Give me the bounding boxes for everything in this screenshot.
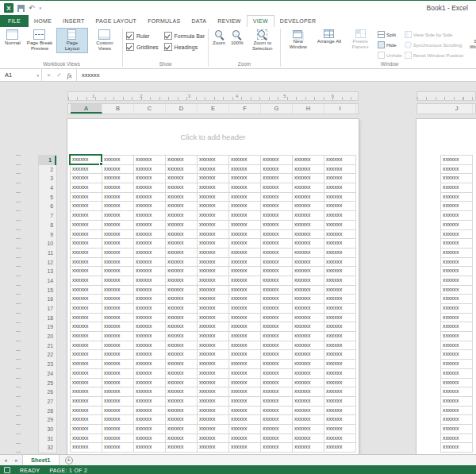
cell[interactable]: xxxxxx <box>324 332 356 341</box>
cell[interactable]: xxxxxx <box>441 267 473 276</box>
row-header-2[interactable]: 2 <box>39 165 56 175</box>
cell[interactable]: xxxxxx <box>71 415 102 425</box>
freeze-panes-button[interactable]: Freeze Panes▾ <box>344 28 376 52</box>
cell[interactable]: xxxxxx <box>71 295 102 304</box>
arrange-all-button[interactable]: Arrange All <box>315 28 344 46</box>
cell[interactable]: xxxxxx <box>198 322 229 332</box>
tab-data[interactable]: DATA <box>186 15 213 27</box>
cell[interactable]: xxxxxx <box>324 156 356 165</box>
cell[interactable]: xxxxxx <box>324 434 356 444</box>
cell[interactable]: xxxxxx <box>324 249 356 258</box>
cell[interactable]: xxxxxx <box>261 183 293 193</box>
row-header-30[interactable]: 30 <box>39 425 56 434</box>
cell[interactable]: xxxxxx <box>324 276 356 286</box>
cell[interactable]: xxxxxx <box>166 258 198 268</box>
cell[interactable]: xxxxxx <box>324 350 356 360</box>
cell[interactable]: xxxxxx <box>261 202 293 211</box>
cell[interactable]: xxxxxx <box>71 276 102 286</box>
cell[interactable]: xxxxxx <box>134 350 166 360</box>
cell[interactable]: xxxxxx <box>229 369 261 379</box>
cell[interactable]: xxxxxx <box>166 193 198 202</box>
row-header-6[interactable]: 6 <box>39 202 56 211</box>
cell[interactable]: xxxxxx <box>293 286 324 295</box>
cell[interactable]: xxxxxx <box>166 314 198 323</box>
row-header-18[interactable]: 18 <box>39 314 56 323</box>
cell[interactable]: xxxxxx <box>166 379 198 388</box>
cell[interactable]: xxxxxx <box>441 360 473 369</box>
row-header-25[interactable]: 25 <box>39 379 56 388</box>
tab-developer[interactable]: DEVELOPER <box>274 15 322 27</box>
row-header-19[interactable]: 19 <box>39 322 56 332</box>
cell[interactable]: xxxxxx <box>293 350 324 360</box>
cell[interactable]: xxxxxx <box>229 258 261 268</box>
cell[interactable]: xxxxxx <box>441 239 473 249</box>
cell[interactable]: xxxxxx <box>229 165 261 175</box>
cell[interactable]: xxxxxx <box>166 425 198 434</box>
cell[interactable]: xxxxxx <box>71 443 102 453</box>
row-header-11[interactable]: 11 <box>39 249 56 258</box>
cell[interactable]: xxxxxx <box>166 387 198 397</box>
cell[interactable]: xxxxxx <box>229 425 261 434</box>
macro-record-icon[interactable] <box>4 467 10 473</box>
zoom-to-selection-button[interactable]: Zoom to Selection <box>247 28 278 53</box>
cell[interactable]: xxxxxx <box>134 165 166 175</box>
cell[interactable]: xxxxxx <box>261 239 293 249</box>
cell[interactable]: xxxxxx <box>134 379 166 388</box>
cell[interactable]: xxxxxx <box>261 295 293 304</box>
cell[interactable]: xxxxxx <box>293 322 324 332</box>
cell[interactable]: xxxxxx <box>441 397 473 407</box>
enter-icon[interactable]: ✓ <box>54 71 64 79</box>
cell[interactable]: xxxxxx <box>261 369 293 379</box>
cell[interactable]: xxxxxx <box>324 174 356 183</box>
cell[interactable]: xxxxxx <box>166 360 198 369</box>
cell[interactable]: xxxxxx <box>134 174 166 183</box>
cell[interactable]: xxxxxx <box>229 286 261 295</box>
cell[interactable]: xxxxxx <box>261 415 293 425</box>
cell[interactable]: xxxxxx <box>229 295 261 304</box>
cell[interactable]: xxxxxx <box>102 239 134 249</box>
row-header-29[interactable]: 29 <box>39 415 56 425</box>
cell[interactable]: xxxxxx <box>441 341 473 351</box>
undo-icon[interactable]: ↶ <box>29 5 35 12</box>
cell[interactable]: xxxxxx <box>102 397 134 407</box>
cell[interactable]: xxxxxx <box>261 211 293 221</box>
cell[interactable]: xxxxxx <box>198 369 229 379</box>
custom-views-button[interactable]: Custom Views <box>89 28 121 53</box>
column-header-f[interactable]: F <box>229 104 261 114</box>
cell[interactable]: xxxxxx <box>261 407 293 416</box>
cell[interactable]: xxxxxx <box>198 230 229 240</box>
cell[interactable]: xxxxxx <box>166 249 198 258</box>
cell[interactable]: xxxxxx <box>166 369 198 379</box>
cell[interactable]: xxxxxx <box>441 286 473 295</box>
cell[interactable]: xxxxxx <box>261 276 293 286</box>
row-header-28[interactable]: 28 <box>39 407 56 416</box>
cell[interactable]: xxxxxx <box>102 249 134 258</box>
sheet-nav-right-icon[interactable]: ► <box>11 458 22 463</box>
cell[interactable]: xxxxxx <box>441 415 473 425</box>
cell[interactable]: xxxxxx <box>261 267 293 276</box>
cell[interactable]: xxxxxx <box>261 230 293 240</box>
cell[interactable]: xxxxxx <box>166 304 198 314</box>
cell[interactable]: xxxxxx <box>134 387 166 397</box>
cell[interactable]: xxxxxx <box>102 407 134 416</box>
cell[interactable]: xxxxxx <box>261 387 293 397</box>
cell[interactable]: xxxxxx <box>71 322 102 332</box>
cell[interactable]: xxxxxx <box>71 174 102 183</box>
zoom-button[interactable]: Zoom <box>210 28 228 48</box>
cell[interactable]: xxxxxx <box>441 304 473 314</box>
cell[interactable]: xxxxxx <box>134 156 166 165</box>
row-header-22[interactable]: 22 <box>39 350 56 360</box>
cell[interactable]: xxxxxx <box>441 165 473 175</box>
cell[interactable]: xxxxxx <box>198 341 229 351</box>
tab-review[interactable]: REVIEW <box>212 15 246 27</box>
cell[interactable]: xxxxxx <box>134 443 166 453</box>
checkbox-ruler[interactable]: Ruler <box>126 32 159 40</box>
cell[interactable]: xxxxxx <box>102 174 134 183</box>
cell[interactable]: xxxxxx <box>324 415 356 425</box>
switch-windows-button[interactable]: Switch Windows▾ <box>465 28 476 52</box>
cell[interactable]: xxxxxx <box>102 322 134 332</box>
tab-insert[interactable]: INSERT <box>57 15 90 27</box>
cell[interactable]: xxxxxx <box>166 174 198 183</box>
column-header-b[interactable]: B <box>102 104 134 114</box>
cell[interactable]: xxxxxx <box>134 397 166 407</box>
